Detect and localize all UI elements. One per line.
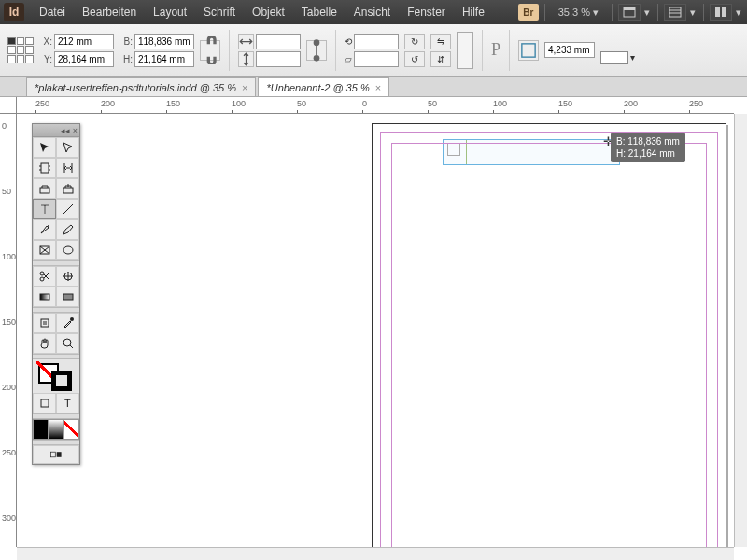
menu-bearbeiten[interactable]: Bearbeiten	[75, 3, 144, 21]
vertical-scrollbar[interactable]	[734, 114, 747, 547]
flip-h-icon[interactable]: ⇋	[430, 34, 451, 49]
apply-gradient[interactable]	[49, 419, 64, 440]
svg-line-14	[63, 204, 73, 214]
rotate-ccw-icon[interactable]: ↺	[404, 51, 425, 67]
reference-point[interactable]	[7, 37, 34, 63]
scale-x-input[interactable]	[256, 34, 301, 49]
menu-bar: Id Datei Bearbeiten Layout Schrift Objek…	[0, 0, 747, 24]
flip-indicator	[457, 32, 473, 69]
close-icon[interactable]: ×	[375, 82, 381, 93]
rotate-icon: ⟲	[345, 36, 352, 47]
scale-y-icon[interactable]	[238, 51, 254, 67]
menu-schrift[interactable]: Schrift	[196, 3, 243, 21]
height-input[interactable]	[134, 51, 194, 67]
rotate-cw-icon[interactable]: ↻	[404, 34, 425, 49]
constrain-scale-icon[interactable]	[306, 40, 327, 61]
view-mode-toggle[interactable]	[33, 445, 79, 464]
stroke-style[interactable]	[600, 51, 628, 64]
flip-v-icon[interactable]: ⇵	[430, 51, 451, 67]
ruler-origin[interactable]	[0, 97, 17, 114]
dimension-tooltip: B: 118,836 mm H: 21,164 mm	[611, 133, 685, 162]
doc-tab-1[interactable]: *plakat-usertreffen-psdtutorials.indd @ …	[26, 77, 256, 96]
type-tool[interactable]	[33, 199, 56, 219]
x-input[interactable]	[54, 34, 114, 49]
line-tool[interactable]	[56, 199, 79, 219]
formatting-text-icon[interactable]: T	[56, 393, 79, 413]
gradient-feather-tool[interactable]	[56, 287, 79, 307]
svg-rect-23	[40, 294, 49, 300]
svg-rect-1	[624, 7, 635, 10]
eyedropper-tool[interactable]	[56, 313, 79, 333]
close-icon[interactable]: ×	[73, 126, 78, 135]
rectangle-frame-tool[interactable]	[33, 240, 56, 260]
content-placer-tool[interactable]	[56, 178, 79, 199]
direct-selection-tool[interactable]	[56, 137, 79, 158]
frame-in-port-icon[interactable]	[447, 143, 460, 156]
menu-tabelle[interactable]: Tabelle	[294, 3, 345, 21]
shear-input[interactable]	[354, 51, 399, 67]
text-frame[interactable]	[443, 139, 620, 165]
hand-tool[interactable]	[33, 333, 56, 354]
stroke-weight-input[interactable]	[544, 42, 595, 58]
apply-color[interactable]	[33, 419, 49, 440]
apply-none[interactable]	[63, 419, 79, 440]
document-tabs: *plakat-usertreffen-psdtutorials.indd @ …	[0, 77, 747, 97]
note-tool[interactable]	[33, 313, 56, 333]
bridge-icon[interactable]: Br	[518, 4, 539, 21]
screen-mode-icon[interactable]	[618, 4, 641, 21]
gradient-swatch-tool[interactable]	[33, 287, 56, 307]
free-transform-tool[interactable]	[56, 266, 79, 287]
pen-tool[interactable]	[33, 219, 56, 240]
content-collector-tool[interactable]	[33, 178, 56, 199]
menu-ansicht[interactable]: Ansicht	[346, 3, 398, 21]
menu-fenster[interactable]: Fenster	[400, 3, 453, 21]
constrain-icon[interactable]	[200, 40, 220, 61]
vertical-ruler[interactable]: 0 50 100 150 200 250 300	[0, 114, 17, 547]
app-icon: Id	[4, 3, 24, 21]
scale-y-input[interactable]	[256, 51, 301, 67]
svg-rect-6	[722, 7, 726, 17]
svg-point-15	[48, 225, 49, 227]
horizontal-scrollbar[interactable]	[17, 547, 734, 560]
svg-point-20	[40, 272, 44, 275]
svg-rect-34	[57, 452, 62, 457]
view-options-icon[interactable]	[664, 4, 686, 21]
ellipse-tool[interactable]	[56, 240, 79, 260]
arrange-icon[interactable]	[710, 4, 732, 21]
svg-point-28	[70, 317, 74, 321]
rotate-input[interactable]	[354, 34, 399, 49]
menu-hilfe[interactable]: Hilfe	[455, 3, 492, 21]
close-icon[interactable]: ×	[242, 82, 247, 93]
zoom-level[interactable]: 35,3 %▾	[551, 7, 606, 19]
page[interactable]	[372, 123, 726, 547]
svg-point-19	[63, 246, 73, 254]
fill-stroke-swatch[interactable]	[33, 359, 79, 393]
menu-layout[interactable]: Layout	[146, 3, 194, 21]
gap-tool[interactable]	[56, 158, 79, 178]
y-input[interactable]	[54, 51, 114, 67]
character-panel-icon[interactable]: P	[491, 40, 500, 60]
select-container-icon[interactable]	[518, 40, 539, 61]
selection-tool[interactable]	[33, 137, 56, 158]
svg-point-29	[63, 339, 71, 346]
menu-datei[interactable]: Datei	[32, 3, 73, 21]
toolbox: ◂◂× T	[32, 123, 80, 465]
toolbox-header[interactable]: ◂◂×	[33, 124, 79, 137]
horizontal-ruler[interactable]: 250 200 150 100 50 0 50 100 150 200 250	[17, 97, 734, 114]
canvas[interactable]	[17, 114, 734, 547]
pencil-tool[interactable]	[56, 219, 79, 240]
collapse-icon[interactable]: ◂◂	[61, 126, 70, 135]
formatting-container-icon[interactable]	[33, 393, 56, 413]
page-tool[interactable]	[33, 158, 56, 178]
svg-rect-12	[40, 188, 49, 193]
scale-x-icon[interactable]	[238, 34, 254, 49]
workspace: 250 200 150 100 50 0 50 100 150 200 250 …	[0, 97, 747, 560]
doc-tab-2[interactable]: *Unbenannt-2 @ 35 %×	[258, 77, 389, 96]
stroke-swatch[interactable]	[51, 371, 72, 391]
zoom-tool[interactable]	[56, 333, 79, 354]
width-input[interactable]	[134, 34, 194, 49]
scissors-tool[interactable]	[33, 266, 56, 287]
svg-point-8	[314, 55, 320, 62]
menu-objekt[interactable]: Objekt	[245, 3, 292, 21]
chevron-down-icon: ▾	[593, 7, 599, 19]
